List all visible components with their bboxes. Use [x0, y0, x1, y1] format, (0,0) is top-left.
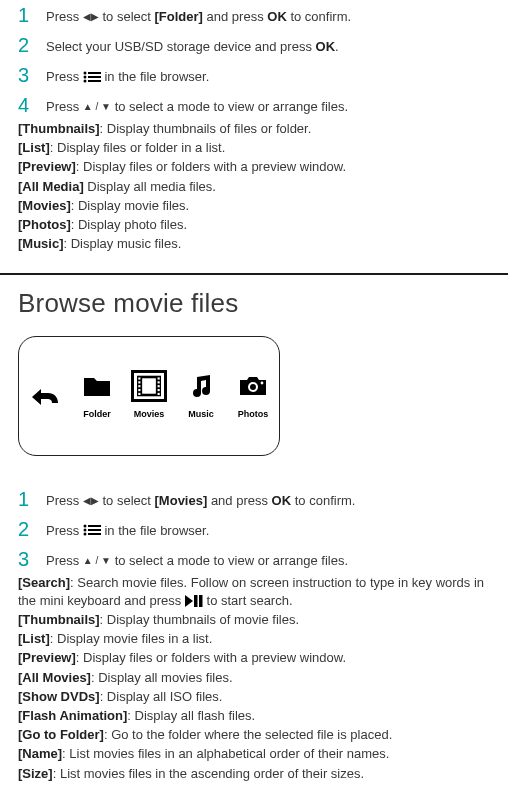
svg-rect-17: [158, 393, 160, 395]
item-key: [Thumbnails]: [18, 612, 100, 627]
illus-label: Photos: [238, 408, 269, 421]
item-key: [All Media]: [18, 179, 84, 194]
bold-text: [Folder]: [155, 9, 203, 24]
item-flash-animation: [Flash Animation]: Display all flash fil…: [18, 707, 490, 725]
bold2-text: OK: [272, 493, 292, 508]
pre-text: Press: [46, 493, 79, 508]
svg-point-19: [250, 384, 256, 390]
svg-rect-7: [142, 379, 156, 394]
svg-point-23: [83, 529, 86, 532]
svg-point-0: [83, 71, 86, 74]
step-text: Press ▲ / ▼ to select a mode to view or …: [46, 552, 490, 570]
post-text: .: [335, 39, 339, 54]
post-text: to confirm.: [295, 493, 356, 508]
item-key: [Go to Folder]: [18, 727, 104, 742]
pre-text: Press: [46, 9, 79, 24]
item-key: [Size]: [18, 766, 53, 781]
svg-rect-3: [88, 76, 101, 78]
item-key: [All Movies]: [18, 670, 91, 685]
item-show-dvds: [Show DVDs]: Display all ISO files.: [18, 688, 490, 706]
pre-text: Select your USB/SD storage device and pr…: [46, 39, 312, 54]
svg-rect-22: [88, 525, 101, 527]
post-text: to select a mode to view or arrange file…: [115, 99, 348, 114]
item-key: [Movies]: [18, 198, 71, 213]
step-number: 1: [18, 485, 32, 513]
svg-rect-28: [199, 595, 203, 607]
item-preview: [Preview]: Display files or folders with…: [18, 649, 490, 667]
step-text: Select your USB/SD storage device and pr…: [46, 38, 490, 56]
step-number: 3: [18, 61, 32, 89]
pre-text: Press: [46, 69, 79, 84]
svg-rect-9: [138, 382, 140, 384]
item-list: [List]: Display movie files in a list.: [18, 630, 490, 648]
item-key: [Photos]: [18, 217, 71, 232]
item-val: : Display thumbnails of files or folder.: [100, 121, 312, 136]
item-all-movies: [All Movies]: Display all movies files.: [18, 669, 490, 687]
item-key: [Flash Animation]: [18, 708, 127, 723]
item-key: [Preview]: [18, 159, 76, 174]
item-thumbnails: [Thumbnails]: Display thumbnails of movi…: [18, 611, 490, 629]
illus-label: Music: [188, 408, 214, 421]
mid2-text: and press: [211, 493, 268, 508]
play-pause-icon: [185, 595, 203, 607]
step-2: 2 Select your USB/SD storage device and …: [18, 30, 490, 58]
camera-icon: [235, 370, 271, 402]
step-text: Press ▲ / ▼ to select a mode to view or …: [46, 98, 490, 116]
left-right-glyph: ◀▶: [83, 11, 99, 22]
mid2-text: and press: [207, 9, 264, 24]
item-val: : Go to the folder where the selected fi…: [104, 727, 392, 742]
page: 1 Press ◀▶ to select [Folder] and press …: [0, 0, 508, 802]
up-down-glyph: ▲ / ▼: [83, 101, 111, 112]
item-val: : Display photo files.: [71, 217, 187, 232]
illus-music: Music: [183, 370, 219, 421]
item-key: [Music]: [18, 236, 64, 251]
b-step-1: 1 Press ◀▶ to select [Movies] and press …: [18, 484, 490, 512]
item-val: : Display files or folder in a list.: [50, 140, 226, 155]
illus-photos: Photos: [235, 370, 271, 421]
item-key: [Search]: [18, 575, 70, 590]
item-key: [Preview]: [18, 650, 76, 665]
item-thumbnails: [Thumbnails]: Display thumbnails of file…: [18, 120, 490, 138]
music-icon: [183, 370, 219, 402]
item-photos: [Photos]: Display photo files.: [18, 216, 490, 234]
post-text: to select a mode to view or arrange file…: [115, 553, 348, 568]
step-number: 2: [18, 515, 32, 543]
mid-text: to select: [102, 9, 150, 24]
item-key: [List]: [18, 140, 50, 155]
section-divider: [0, 273, 508, 275]
svg-rect-8: [138, 378, 140, 380]
post-text: to confirm.: [290, 9, 351, 24]
post-text: in the file browser.: [104, 69, 209, 84]
item-key: [List]: [18, 631, 50, 646]
svg-rect-26: [88, 533, 101, 535]
svg-point-25: [83, 533, 86, 536]
step-4: 4 Press ▲ / ▼ to select a mode to view o…: [18, 90, 490, 118]
step-number: 3: [18, 545, 32, 573]
item-val: Display all media files.: [84, 179, 216, 194]
svg-point-20: [261, 382, 264, 385]
pre-text: Press: [46, 553, 79, 568]
media-selector-illustration: Folder Movies Music Photos: [18, 336, 280, 456]
svg-rect-11: [138, 389, 140, 391]
item-key: [Show DVDs]: [18, 689, 100, 704]
item-val: : Display all flash files.: [127, 708, 255, 723]
item-post: to start search.: [203, 593, 293, 608]
svg-rect-1: [88, 72, 101, 74]
pre-text: Press: [46, 99, 79, 114]
svg-rect-27: [194, 595, 198, 607]
step-text: Press in the file browser.: [46, 68, 490, 86]
item-val: : Display files or folders with a previe…: [76, 159, 346, 174]
b-step-3: 3 Press ▲ / ▼ to select a mode to view o…: [18, 544, 490, 572]
step-text: Press in the file browser.: [46, 522, 490, 540]
post-text: in the file browser.: [104, 523, 209, 538]
step-text: Press ◀▶ to select [Movies] and press OK…: [46, 492, 490, 510]
svg-point-21: [83, 525, 86, 528]
step-number: 2: [18, 31, 32, 59]
item-val: : Display all ISO files.: [100, 689, 223, 704]
item-key: [Name]: [18, 746, 62, 761]
b-step-2: 2 Press in the file browser.: [18, 514, 490, 542]
step-number: 1: [18, 1, 32, 29]
svg-rect-16: [158, 389, 160, 391]
item-val: : Display thumbnails of movie files.: [100, 612, 299, 627]
bold2-text: OK: [267, 9, 287, 24]
